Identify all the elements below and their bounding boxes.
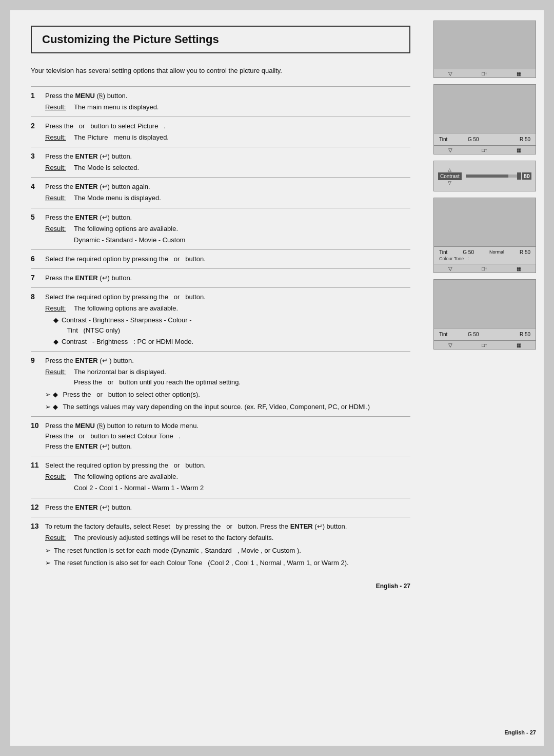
step-content-4: Press the ENTER (↵) button again. Result…: [45, 182, 410, 203]
nav-enter-icon-1: □↑: [482, 71, 487, 76]
tint-g-2: G 50: [468, 137, 479, 142]
result-label-5: Result:: [45, 224, 71, 234]
nav-down-icon-5: ▽: [448, 342, 452, 348]
nav-enter-icon-2: □↑: [482, 147, 487, 153]
right-col-footer: English - 27: [433, 724, 536, 735]
tint-r-5: R 50: [520, 332, 530, 337]
screen-gray-4: [433, 198, 536, 246]
step-13-note-2: ➢ The reset function is also set for eac…: [45, 558, 410, 568]
step-12: 12 Press the ENTER (↵) button.: [31, 498, 410, 517]
result-label-4: Result:: [45, 193, 71, 203]
note-text-1: Press the or button to select other opti…: [61, 390, 200, 400]
nav-menu-icon-1: ▦: [517, 71, 521, 76]
result-line-3: Result: The Mode is selected.: [45, 163, 410, 173]
step-number-1: 1: [31, 91, 45, 100]
step-8-bullet-2: ◆ Contrast - Brightness : PC or HDMI Mod…: [53, 337, 410, 347]
colour-tone-row-4: Colour Tone :: [438, 256, 531, 262]
contrast-label-box: Contrast: [438, 172, 462, 180]
nav-enter-icon-4: □↑: [482, 266, 487, 272]
steps-list: 1 Press the MENU (⎘) button. Result: The…: [31, 86, 410, 573]
step-content-6: Select the required option by pressing t…: [45, 254, 410, 264]
result-text-13: The previously adjusted settings will be…: [74, 533, 273, 543]
nav-down-icon-4: ▽: [448, 266, 452, 272]
arrow-icon-3: ➢: [45, 546, 51, 556]
result-label-3: Result:: [45, 163, 71, 173]
nav-menu-icon-5: ▦: [517, 342, 521, 348]
screen-nav-5: ▽ □↑ ▦: [433, 341, 536, 350]
step-number-2: 2: [31, 121, 45, 130]
step-2: 2 Press the or button to select Picture …: [31, 117, 410, 147]
note-13-text-2: The reset function is also set for each …: [54, 558, 349, 568]
result-line-2: Result: The Picture menu is displayed.: [45, 132, 410, 143]
tint-normal-4: Normal: [489, 249, 504, 255]
step-8: 8 Select the required option by pressing…: [31, 287, 410, 351]
contrast-label-area: △ Contrast ▽: [438, 167, 462, 185]
result-text-11: The following options are available.: [74, 472, 178, 482]
result-label-9: Result:: [45, 367, 71, 377]
screen-tint-info-4: Tint G 50 Normal R 50 Colour Tone :: [433, 246, 536, 264]
result-line-5: Result: The following options are availa…: [45, 224, 410, 234]
result-line-13: Result: The previously adjusted settings…: [45, 533, 410, 543]
result-label-8: Result:: [45, 303, 71, 314]
step-number-13: 13: [31, 521, 45, 530]
step-content-3: Press the ENTER (↵) button. Result: The …: [45, 151, 410, 173]
step-content-8: Select the required option by pressing t…: [45, 292, 410, 347]
screen-gray-1: [433, 21, 536, 69]
step-10: 10 Press the MENU (⎘) button to return t…: [31, 416, 410, 456]
result-text-4: The Mode menu is displayed.: [74, 193, 161, 203]
result-line-4: Result: The Mode menu is displayed.: [45, 193, 410, 203]
diamond-icon-3: ◆: [53, 390, 58, 400]
step-9: 9 Press the ENTER (↵ ) button. Result: T…: [31, 351, 410, 416]
screen-gray-2: [433, 84, 536, 133]
step-number-12: 12: [31, 502, 45, 511]
step-number-6: 6: [31, 254, 45, 263]
step-number-5: 5: [31, 212, 45, 221]
page: Customizing the Picture Settings Your te…: [10, 10, 544, 746]
result-line-8: Result: The following options are availa…: [45, 303, 410, 314]
step-9-note-2: ➢ ◆ The settings values may vary dependi…: [45, 402, 410, 412]
diamond-icon-2: ◆: [53, 337, 58, 347]
result-text-9: The horizontal bar is displayed. Press t…: [74, 367, 241, 387]
result-label-13: Result:: [45, 533, 71, 543]
step-7: 7 Press the ENTER (↵) button.: [31, 268, 410, 287]
step-number-9: 9: [31, 356, 45, 364]
contrast-screen: △ Contrast ▽ 80: [433, 161, 536, 191]
step-content-10: Press the MENU (⎘) button to return to M…: [45, 421, 410, 452]
contrast-bar-thumb: [517, 172, 521, 180]
contrast-value: 80: [522, 172, 531, 180]
screen-tint-info-2: Tint G 50 R 50: [433, 133, 536, 146]
contrast-up-arrow: △: [448, 167, 451, 172]
step-number-8: 8: [31, 292, 45, 301]
step-3: 3 Press the ENTER (↵) button. Result: Th…: [31, 147, 410, 177]
contrast-bar-fill: [466, 175, 508, 178]
step-content-5: Press the ENTER (↵) button. Result: The …: [45, 212, 410, 245]
step-number-7: 7: [31, 273, 45, 282]
screen-diagram-4: Tint G 50 Normal R 50 Colour Tone : ▽ □↑…: [433, 198, 536, 273]
step-content-13: To return the factory defaults, select R…: [45, 521, 410, 569]
screen-diagram-3: △ Contrast ▽ 80: [433, 161, 536, 191]
step-13-note-1: ➢ The reset function is set for each mod…: [45, 546, 410, 556]
tint-label-5: Tint: [439, 332, 447, 337]
screen-diagram-5: Tint G 50 R 50 ▽ □↑ ▦: [433, 279, 536, 350]
step-content-12: Press the ENTER (↵) button.: [45, 502, 410, 513]
arrow-icon-4: ➢: [45, 558, 51, 568]
result-text-2: The Picture menu is displayed.: [74, 132, 169, 143]
contrast-bar-bg: [466, 175, 519, 178]
step-1: 1 Press the MENU (⎘) button. Result: The…: [31, 86, 410, 117]
step-8-option-1: Contrast - Brightness - Sharpness - Colo…: [62, 315, 192, 336]
result-text-1: The main menu is displayed.: [74, 102, 159, 112]
result-text-8: The following options are available.: [74, 303, 178, 314]
result-text-5: The following options are available.: [74, 224, 178, 234]
note-13-text-1: The reset function is set for each mode …: [54, 546, 301, 556]
screen-nav-1: ▽ □↑ ▦: [433, 69, 536, 78]
contrast-down-arrow: ▽: [448, 180, 451, 185]
step-number-4: 4: [31, 182, 45, 190]
step-4: 4 Press the ENTER (↵) button again. Resu…: [31, 177, 410, 207]
result-line-1: Result: The main menu is displayed.: [45, 102, 410, 112]
nav-menu-icon-2: ▦: [517, 147, 521, 153]
result-label-11: Result:: [45, 472, 71, 482]
step-content-1: Press the MENU (⎘) button. Result: The m…: [45, 91, 410, 112]
diamond-icon-4: ◆: [53, 402, 58, 412]
step-8-bullet-1: ◆ Contrast - Brightness - Sharpness - Co…: [53, 315, 410, 336]
step-13: 13 To return the factory defaults, selec…: [31, 517, 410, 573]
